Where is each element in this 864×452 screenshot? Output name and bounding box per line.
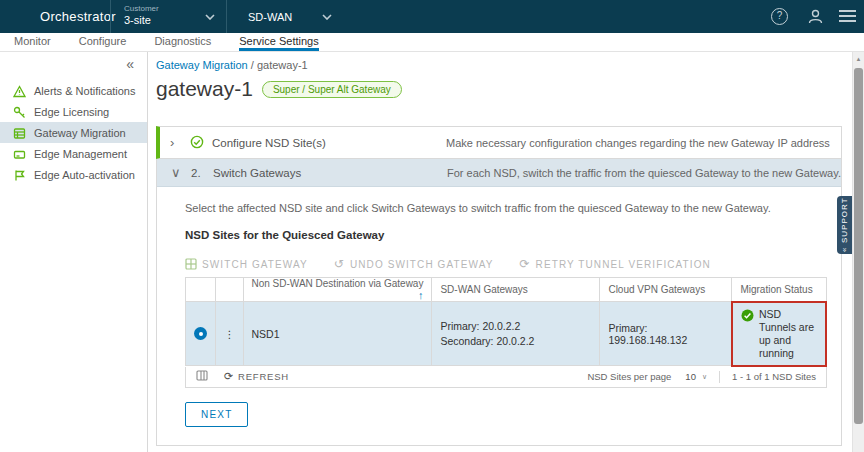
support-label: SUPPORT — [840, 198, 849, 244]
refresh-label: REFRESH — [238, 371, 289, 382]
nsd-sites-table-title: NSD Sites for the Quiesced Gateway — [185, 229, 827, 241]
column-header-destination[interactable]: Non SD-WAN Destination via Gateway ↑ — [243, 278, 432, 302]
next-button[interactable]: NEXT — [185, 402, 248, 427]
chevron-down-icon[interactable] — [205, 14, 215, 20]
help-glyph: ? — [777, 10, 783, 21]
refresh-icon: ⟳ — [224, 370, 234, 383]
step-2-card: ∨ 2. Switch Gateways For each NSD, switc… — [156, 159, 842, 446]
step-2-switch-gateways-header[interactable]: ∨ 2. Switch Gateways For each NSD, switc… — [157, 159, 841, 187]
main-content: Gateway Migration / gateway-1 gateway-1 … — [149, 52, 852, 452]
sidebar-item-label: Alerts & Notifications — [34, 85, 135, 97]
undo-switch-gateway-button[interactable]: ↺ UNDO SWITCH GATEWAY — [334, 259, 494, 270]
column-header-label: Non SD-WAN Destination via Gateway — [252, 278, 424, 289]
step-1-description: Make necessary configuration changes reg… — [446, 137, 830, 149]
tab-monitor[interactable]: Monitor — [14, 33, 51, 51]
flag-icon — [13, 168, 26, 181]
row-radio-selected[interactable] — [194, 327, 207, 340]
header-divider — [226, 0, 227, 33]
actions-column-header — [216, 278, 244, 302]
edge-device-icon — [13, 147, 26, 160]
column-picker-icon[interactable] — [196, 370, 208, 383]
cell-sdwan-gateways: Primary: 20.0.2.2 Secondary: 20.0.2.2 — [432, 302, 600, 366]
step-1-configure-nsd-sites[interactable]: › Configure NSD Site(s) Make necessary c… — [156, 126, 842, 159]
key-icon — [13, 105, 26, 118]
table-footer: ⟳ REFRESH NSD Sites per page 10 ∨ 1 - 1 … — [185, 367, 827, 388]
product-name: Orchestrator — [40, 9, 116, 24]
breadcrumb-link-gateway-migration[interactable]: Gateway Migration — [156, 59, 248, 71]
hamburger-menu-icon[interactable] — [839, 10, 856, 27]
step-2-label: Switch Gateways — [213, 167, 301, 179]
kebab-menu-icon[interactable]: ⋮ — [216, 302, 244, 366]
tab-service-settings[interactable]: Service Settings — [239, 33, 318, 51]
sidebar-item-edge-licensing[interactable]: Edge Licensing — [0, 101, 147, 122]
nsd-sites-table: Non SD-WAN Destination via Gateway ↑ SD-… — [185, 277, 827, 367]
retry-tunnel-verification-button[interactable]: ⟳ RETRY TUNNEL VERIFICATION — [519, 259, 710, 270]
migration-steps: › Configure NSD Site(s) Make necessary c… — [156, 126, 842, 452]
chevron-down-icon[interactable] — [322, 14, 332, 20]
support-chevron: « — [840, 247, 849, 252]
retry-tunnel-verification-label: RETRY TUNNEL VERIFICATION — [536, 259, 711, 270]
chevron-right-icon[interactable]: › — [170, 135, 190, 150]
sidebar-item-gateway-migration[interactable]: Gateway Migration — [0, 122, 147, 143]
grid-toolbar: SWITCH GATEWAY ↺ UNDO SWITCH GATEWAY ⟳ R… — [185, 258, 827, 270]
sidebar-item-alerts-notifications[interactable]: Alerts & Notifications — [0, 80, 147, 101]
cell-destination: NSD1 — [243, 302, 432, 366]
undo-icon: ↺ — [334, 259, 345, 269]
sidebar-item-label: Edge Licensing — [34, 106, 109, 118]
column-header-label: Cloud VPN Gateways — [608, 284, 705, 295]
vertical-scrollbar[interactable]: ▲ — [852, 52, 864, 452]
table-row-nsd1[interactable]: ⋮ NSD1 Primary: 20.0.2.2 Secondary: 20.0… — [186, 302, 827, 366]
left-sidebar: « Alerts & Notifications Edge Licensing … — [0, 52, 148, 452]
switch-gateway-icon — [185, 258, 197, 270]
chevron-down-icon[interactable]: ∨ — [171, 165, 191, 180]
column-header-label: Migration Status — [740, 284, 812, 295]
app-header: Orchestrator Customer 3-site SD-WAN ? — [0, 0, 864, 33]
column-header-migration-status[interactable]: Migration Status — [732, 278, 826, 302]
customer-dropdown-label: Customer — [124, 4, 224, 13]
breadcrumb: Gateway Migration / gateway-1 — [156, 59, 842, 71]
step-1-label: Configure NSD Site(s) — [212, 137, 326, 149]
scrollbar-thumb[interactable] — [854, 68, 863, 424]
column-header-sdwan-gateways[interactable]: SD-WAN Gateways — [432, 278, 600, 302]
sdwan-secondary: Secondary: 20.0.2.2 — [440, 334, 591, 349]
scroll-up-arrow-icon[interactable]: ▲ — [853, 52, 864, 66]
column-header-cloud-vpn-gateways[interactable]: Cloud VPN Gateways — [600, 278, 732, 302]
status-check-icon — [741, 309, 754, 322]
switch-gateway-label: SWITCH GATEWAY — [202, 259, 308, 270]
step-2-body: Select the affected NSD site and click S… — [157, 187, 841, 445]
step-2-instruction: Select the affected NSD site and click S… — [185, 202, 827, 214]
radio-cell — [186, 302, 216, 366]
cell-cloud-vpn-gateways: Primary: 199.168.148.132 — [600, 302, 732, 366]
support-tab[interactable]: « SUPPORT — [837, 196, 852, 254]
help-icon[interactable]: ? — [771, 8, 788, 25]
refresh-button[interactable]: ⟳ REFRESH — [224, 370, 289, 383]
tab-configure[interactable]: Configure — [79, 33, 127, 51]
step-1-complete-icon — [190, 135, 212, 151]
sidebar-item-label: Edge Management — [34, 148, 127, 160]
sidebar-item-edge-auto-activation[interactable]: Edge Auto-activation — [0, 164, 147, 185]
service-dropdown-value: SD-WAN — [248, 11, 328, 23]
sidebar-item-edge-management[interactable]: Edge Management — [0, 143, 147, 164]
table-header-row: Non SD-WAN Destination via Gateway ↑ SD-… — [186, 278, 827, 302]
switch-gateway-button[interactable]: SWITCH GATEWAY — [185, 258, 308, 270]
breadcrumb-current: gateway-1 — [257, 59, 308, 71]
step-2-description: For each NSD, switch the traffic from th… — [447, 167, 841, 179]
sidebar-collapse-button[interactable]: « — [0, 52, 147, 80]
step-2-number: 2. — [191, 167, 213, 179]
breadcrumb-separator: / — [251, 59, 254, 71]
chevron-down-icon: ∨ — [702, 373, 707, 381]
per-page-select[interactable]: 10 ∨ — [685, 371, 707, 382]
main-tab-bar: Monitor Configure Diagnostics Service Se… — [0, 33, 864, 52]
column-header-label: SD-WAN Gateways — [440, 284, 527, 295]
retry-icon: ⟳ — [519, 259, 530, 269]
service-dropdown[interactable]: SD-WAN — [248, 0, 328, 33]
pagination-range: 1 - 1 of 1 NSD Sites — [732, 371, 816, 382]
sdwan-primary: Primary: 20.0.2.2 — [440, 319, 591, 334]
pager-divider — [719, 371, 720, 383]
user-icon[interactable] — [807, 8, 824, 25]
tab-diagnostics[interactable]: Diagnostics — [154, 33, 211, 51]
per-page-value: 10 — [685, 371, 696, 382]
sort-ascending-icon[interactable]: ↑ — [418, 289, 424, 301]
undo-switch-gateway-label: UNDO SWITCH GATEWAY — [350, 259, 494, 270]
per-page-label: NSD Sites per page — [587, 371, 671, 382]
